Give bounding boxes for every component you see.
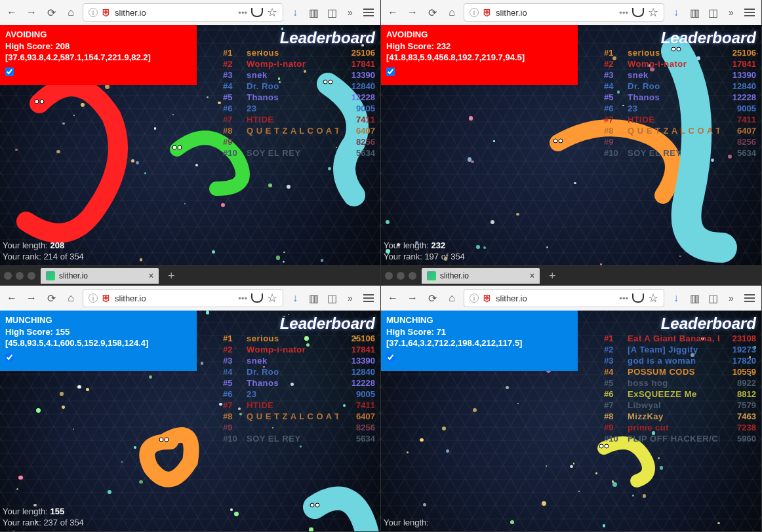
lb-rank: #1 bbox=[223, 48, 241, 58]
reload-button[interactable]: ⟳ bbox=[424, 290, 440, 306]
library-icon[interactable]: ▥ bbox=[687, 290, 702, 306]
snake-body bbox=[26, 86, 118, 233]
sidebar-icon[interactable]: ◫ bbox=[705, 290, 721, 306]
downloads-icon[interactable]: ↓ bbox=[668, 5, 684, 20]
sidebar-icon[interactable]: ◫ bbox=[324, 5, 340, 20]
debug-checkbox[interactable] bbox=[386, 353, 395, 362]
length-value: 208 bbox=[50, 240, 65, 250]
lb-name: snek bbox=[628, 70, 719, 80]
lb-rank: #7 bbox=[604, 400, 622, 410]
game-canvas[interactable]: AVOIDING High Score: 208 [37.6,93.8,4.2,… bbox=[0, 25, 380, 265]
library-icon[interactable]: ▥ bbox=[306, 290, 321, 306]
back-button[interactable]: ← bbox=[4, 5, 20, 20]
svg-point-12 bbox=[310, 503, 314, 507]
info-icon[interactable]: i bbox=[470, 8, 479, 17]
lb-score: 13390 bbox=[344, 356, 375, 366]
library-icon[interactable]: ▥ bbox=[687, 5, 702, 20]
lb-score: 6407 bbox=[344, 126, 375, 136]
overflow-icon[interactable]: » bbox=[342, 5, 358, 20]
debug-checkbox[interactable] bbox=[5, 353, 14, 362]
lb-name bbox=[247, 423, 338, 432]
forward-button[interactable]: → bbox=[405, 290, 420, 306]
url-input[interactable]: i ⛨ slither.io ••• bbox=[83, 289, 283, 307]
downloads-icon[interactable]: ↓ bbox=[287, 5, 303, 20]
page-actions-icon[interactable]: ••• bbox=[619, 8, 628, 18]
window-controls[interactable] bbox=[4, 272, 35, 280]
lb-rank: #5 bbox=[223, 92, 241, 102]
lb-rank: #10 bbox=[604, 148, 622, 158]
library-icon[interactable]: ▥ bbox=[306, 5, 321, 20]
lb-score: 12228 bbox=[344, 92, 375, 102]
overflow-icon[interactable]: » bbox=[723, 5, 739, 20]
lb-name: Dr. Roo bbox=[247, 81, 338, 91]
forward-button[interactable]: → bbox=[405, 5, 420, 20]
bookmark-icon[interactable] bbox=[267, 291, 277, 305]
downloads-icon[interactable]: ↓ bbox=[287, 290, 303, 306]
lb-rank: #8 bbox=[223, 126, 241, 136]
state-vector: [41.8,83,5.9,456.8,192.7,219.7,94.5] bbox=[386, 52, 572, 64]
lb-score: 8922 bbox=[725, 378, 756, 388]
new-tab-button[interactable]: + bbox=[545, 269, 560, 283]
home-button[interactable]: ⌂ bbox=[444, 290, 460, 306]
browser-tab[interactable]: slither.io × bbox=[422, 268, 540, 284]
sidebar-icon[interactable]: ◫ bbox=[705, 5, 721, 20]
game-canvas[interactable]: MUNCHING High Score: 71 [37.1,64,3.2,712… bbox=[381, 311, 761, 531]
new-tab-button[interactable]: + bbox=[164, 269, 179, 283]
page-actions-icon[interactable]: ••• bbox=[238, 8, 247, 18]
pocket-icon[interactable] bbox=[251, 8, 263, 17]
url-input[interactable]: i ⛨ slither.io ••• bbox=[464, 289, 664, 307]
pocket-icon[interactable] bbox=[632, 8, 644, 17]
reload-button[interactable]: ⟳ bbox=[43, 5, 59, 20]
lb-name: MizzKay bbox=[628, 411, 719, 421]
back-button[interactable]: ← bbox=[385, 290, 401, 306]
reload-button[interactable]: ⟳ bbox=[43, 290, 59, 306]
url-input[interactable]: i ⛨ slither.io ••• bbox=[464, 3, 664, 22]
svg-point-7 bbox=[559, 139, 563, 143]
length-value: 232 bbox=[431, 240, 446, 250]
home-button[interactable]: ⌂ bbox=[63, 5, 79, 20]
forward-button[interactable]: → bbox=[24, 290, 39, 306]
lb-score: 12840 bbox=[344, 81, 375, 91]
leaderboard-title: Leaderboard bbox=[601, 29, 759, 47]
browser-tab[interactable]: slither.io × bbox=[41, 268, 159, 284]
back-button[interactable]: ← bbox=[385, 5, 401, 20]
pocket-icon[interactable] bbox=[251, 294, 263, 303]
bookmark-icon[interactable] bbox=[648, 5, 658, 20]
downloads-icon[interactable]: ↓ bbox=[668, 290, 684, 306]
url-input[interactable]: i ⛨ slither.io ••• bbox=[83, 3, 283, 22]
debug-checkbox[interactable] bbox=[386, 67, 395, 76]
bookmark-icon[interactable] bbox=[648, 291, 658, 305]
bookmark-icon[interactable] bbox=[267, 5, 277, 20]
window-controls[interactable] bbox=[385, 272, 416, 280]
home-button[interactable]: ⌂ bbox=[444, 5, 460, 20]
home-button[interactable]: ⌂ bbox=[63, 290, 79, 306]
leaderboard-row: #4 Dr. Roo 12840 bbox=[220, 81, 378, 92]
page-actions-icon[interactable]: ••• bbox=[238, 294, 247, 303]
pocket-icon[interactable] bbox=[632, 294, 644, 303]
menu-button[interactable] bbox=[361, 5, 376, 20]
page-actions-icon[interactable]: ••• bbox=[619, 294, 628, 303]
menu-button[interactable] bbox=[742, 5, 757, 20]
info-icon[interactable]: i bbox=[89, 294, 98, 303]
overflow-icon[interactable]: » bbox=[723, 290, 739, 306]
lb-score: 5634 bbox=[344, 148, 375, 158]
leaderboard-row: #6 23 9005 bbox=[220, 389, 378, 400]
forward-button[interactable]: → bbox=[24, 5, 39, 20]
info-icon[interactable]: i bbox=[89, 8, 98, 17]
url-text: slither.io bbox=[115, 294, 146, 303]
menu-button[interactable] bbox=[361, 290, 376, 306]
game-canvas[interactable]: MUNCHING High Score: 155 [45.8,93.5,4.1,… bbox=[0, 311, 380, 531]
game-canvas[interactable]: AVOIDING High Score: 232 [41.8,83,5.9,45… bbox=[381, 25, 761, 265]
overflow-icon[interactable]: » bbox=[342, 290, 358, 306]
info-icon[interactable]: i bbox=[470, 294, 479, 303]
lb-rank: #6 bbox=[604, 389, 622, 399]
lb-score: 9005 bbox=[344, 104, 375, 113]
debug-checkbox[interactable] bbox=[5, 67, 14, 76]
menu-button[interactable] bbox=[742, 290, 757, 306]
back-button[interactable]: ← bbox=[4, 290, 20, 306]
close-icon[interactable]: × bbox=[149, 271, 153, 280]
reload-button[interactable]: ⟳ bbox=[424, 5, 440, 20]
sidebar-icon[interactable]: ◫ bbox=[324, 290, 340, 306]
close-icon[interactable]: × bbox=[530, 271, 534, 280]
lb-score: 23108 bbox=[725, 333, 756, 343]
